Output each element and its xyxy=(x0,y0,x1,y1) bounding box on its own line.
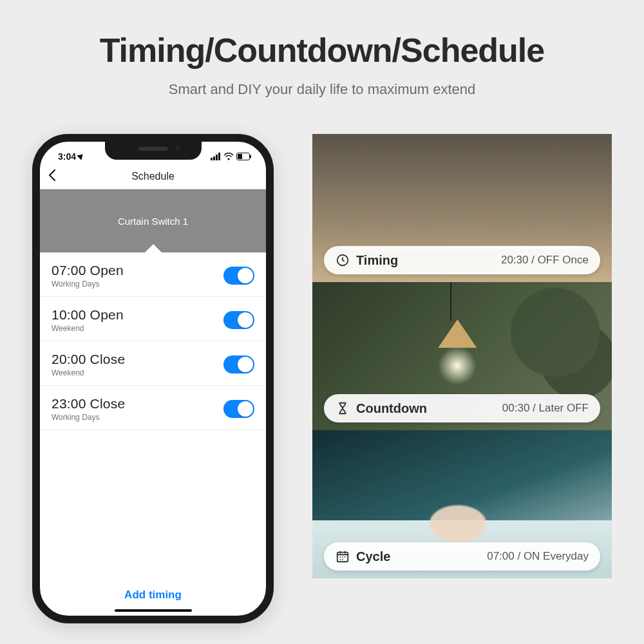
feature-photo-countdown: Countdown 00:30 / Later OFF xyxy=(312,282,612,430)
schedule-days: Weekend xyxy=(52,324,124,333)
hourglass-icon xyxy=(336,401,350,415)
svg-point-11 xyxy=(342,556,343,558)
svg-rect-7 xyxy=(238,154,242,159)
schedule-toggle[interactable] xyxy=(223,355,254,374)
svg-point-12 xyxy=(345,556,346,558)
headline: Timing/Countdown/Schedule xyxy=(0,0,644,70)
schedule-days: Working Days xyxy=(52,413,125,422)
pill-value: 20:30 / OFF Once xyxy=(501,254,589,267)
schedule-list: 07:00 Open Working Days 10:00 Open Weeke… xyxy=(40,252,266,430)
schedule-action: Open xyxy=(90,263,124,278)
schedule-action: Close xyxy=(90,396,126,411)
calendar-icon xyxy=(336,549,350,564)
signal-icon xyxy=(211,153,221,160)
svg-rect-0 xyxy=(211,158,213,160)
schedule-toggle[interactable] xyxy=(223,400,254,418)
svg-point-14 xyxy=(342,559,343,560)
schedule-time: 10:00 xyxy=(52,307,86,322)
feature-photo-column: Timing 20:30 / OFF Once Countdown 00:30 … xyxy=(312,134,612,578)
location-icon xyxy=(77,152,85,160)
pill-label: Cycle xyxy=(356,549,390,564)
feature-photo-cycle: Cycle 07:00 / ON Everyday xyxy=(312,430,612,578)
schedule-row[interactable]: 20:00 Close Weekend xyxy=(40,341,266,386)
feature-pill-timing: Timing 20:30 / OFF Once xyxy=(324,246,600,274)
schedule-time: 07:00 xyxy=(52,263,86,278)
schedule-toggle[interactable] xyxy=(223,267,254,285)
schedule-time: 20:00 xyxy=(52,352,86,366)
device-name: Curtain Switch 1 xyxy=(40,216,266,227)
schedule-time: 23:00 xyxy=(52,396,86,411)
schedule-action: Open xyxy=(90,307,124,322)
schedule-row[interactable]: 10:00 Open Weekend xyxy=(40,297,266,341)
svg-point-10 xyxy=(339,556,341,558)
feature-pill-cycle: Cycle 07:00 / ON Everyday xyxy=(324,542,600,571)
svg-rect-6 xyxy=(250,155,251,158)
svg-rect-1 xyxy=(213,156,215,160)
pill-value: 00:30 / Later OFF xyxy=(502,402,589,415)
pill-value: 07:00 / ON Everyday xyxy=(487,550,589,563)
schedule-days: Working Days xyxy=(52,279,124,289)
add-timing-button[interactable]: Add timing xyxy=(40,589,266,601)
svg-point-4 xyxy=(227,158,229,160)
schedule-row[interactable]: 23:00 Close Working Days xyxy=(40,386,266,430)
pill-label: Countdown xyxy=(356,401,427,416)
clock-icon xyxy=(336,253,350,267)
phone-notch xyxy=(105,142,202,160)
chevron-left-icon xyxy=(48,169,57,181)
home-indicator xyxy=(115,609,192,612)
feature-pill-countdown: Countdown 00:30 / Later OFF xyxy=(324,394,600,422)
back-button[interactable] xyxy=(48,169,57,184)
pill-label: Timing xyxy=(356,253,398,268)
schedule-toggle[interactable] xyxy=(223,311,254,329)
nav-bar: Schedule xyxy=(40,164,266,189)
svg-rect-3 xyxy=(218,153,220,160)
schedule-row[interactable]: 07:00 Open Working Days xyxy=(40,252,266,297)
wifi-icon xyxy=(223,153,234,160)
schedule-days: Weekend xyxy=(52,368,125,377)
schedule-action: Close xyxy=(90,352,126,366)
svg-rect-2 xyxy=(216,155,218,160)
status-time: 3:04 xyxy=(58,151,76,162)
phone-mockup: 3:04 Schedule Curtain Switch 1 07:00 Ope… xyxy=(32,134,274,623)
feature-photo-timing: Timing 20:30 / OFF Once xyxy=(312,134,612,282)
device-banner: Curtain Switch 1 xyxy=(40,189,266,252)
battery-icon xyxy=(236,153,252,160)
svg-point-13 xyxy=(339,559,341,560)
nav-title: Schedule xyxy=(40,171,266,182)
subheadline: Smart and DIY your daily life to maximum… xyxy=(0,81,644,98)
